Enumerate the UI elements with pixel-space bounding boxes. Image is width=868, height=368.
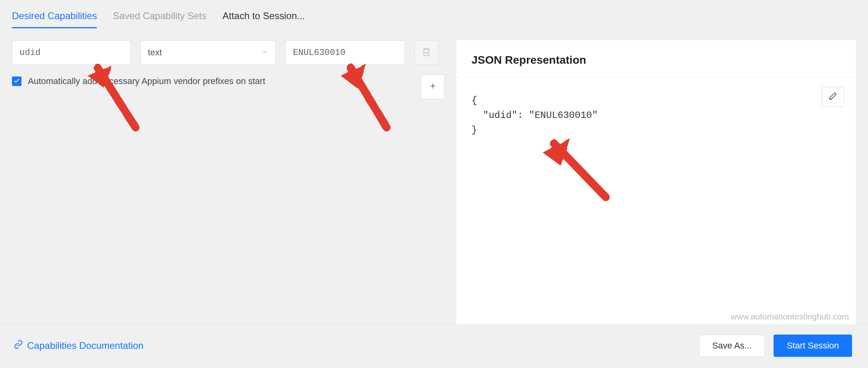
plus-icon [428,82,437,92]
watermark-text: www.automationtestinghub.com [731,312,849,321]
json-panel-title: JSON Representation [456,40,856,77]
footer: Capabilities Documentation Save As... St… [0,325,868,368]
capability-type-select[interactable]: text [140,40,276,65]
trash-icon [422,47,431,58]
capability-value-input[interactable]: ENUL630010 [285,40,405,65]
capability-name-input[interactable]: udid [12,40,131,65]
link-icon [14,340,23,352]
capabilities-form: udid text ENUL630010 [12,40,444,325]
start-session-button[interactable]: Start Session [774,335,852,357]
auto-prefix-checkbox[interactable] [12,76,22,86]
capabilities-documentation-link[interactable]: Capabilities Documentation [14,340,143,352]
check-icon [14,76,20,86]
capability-type-value: text [148,47,162,58]
add-capability-button[interactable] [421,74,445,99]
tab-attach-to-session[interactable]: Attach to Session... [222,7,305,28]
save-as-button[interactable]: Save As... [699,335,765,357]
json-panel: JSON Representation { "udid": "ENUL63001… [456,40,856,325]
tab-desired-capabilities[interactable]: Desired Capabilities [12,7,97,28]
chevron-down-icon [261,47,268,58]
tab-saved-capability-sets[interactable]: Saved Capability Sets [113,7,206,28]
edit-json-button[interactable] [822,87,844,107]
capability-row: udid text ENUL630010 [12,40,444,65]
documentation-link-label: Capabilities Documentation [27,340,143,351]
auto-prefix-label: Automatically add necessary Appium vendo… [28,76,265,86]
delete-capability-button[interactable] [414,40,438,65]
auto-prefix-row: Automatically add necessary Appium vendo… [12,76,444,86]
json-code: { "udid": "ENUL630010" } [471,93,841,138]
pencil-icon [829,92,837,102]
tabs: Desired Capabilities Saved Capability Se… [0,0,868,28]
